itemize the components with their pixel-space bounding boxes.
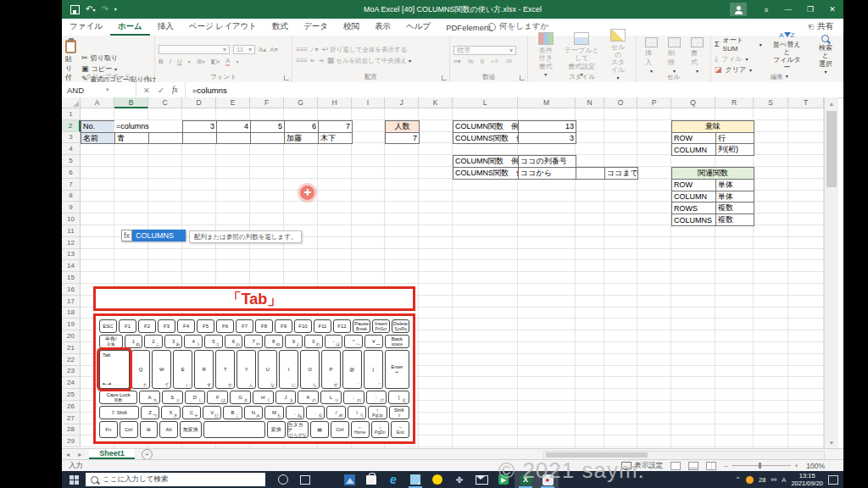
row-header-28[interactable]: 28 (62, 424, 81, 436)
sheet-tab-sheet1[interactable]: Sheet1 (89, 449, 135, 459)
display-settings-button[interactable]: 表示設定 (621, 461, 663, 471)
alignment-dialog-launcher[interactable] (442, 75, 447, 80)
cell-N6[interactable] (576, 167, 605, 180)
tab-数式[interactable]: 数式 (264, 19, 296, 36)
column-header-E[interactable]: E (216, 97, 250, 108)
column-header-K[interactable]: K (419, 97, 453, 108)
row-header-27[interactable]: 27 (62, 413, 81, 424)
cell-R9[interactable]: 複数 (715, 202, 754, 214)
cell-Q4[interactable]: COLUMN (671, 143, 716, 156)
column-header-C[interactable]: C (148, 97, 182, 108)
format-cells-button[interactable]: 書式▾ (686, 37, 709, 74)
taskbar-icon-recorder[interactable]: ● (537, 471, 559, 488)
row-header-18[interactable]: 18 (62, 308, 81, 319)
column-header-G[interactable]: G (284, 97, 318, 108)
clipboard-dialog-launcher[interactable] (147, 75, 152, 80)
row-header-9[interactable]: 9 (62, 202, 81, 214)
column-header-M[interactable]: M (518, 97, 576, 108)
new-sheet-icon[interactable]: + (142, 449, 153, 460)
tab-ページ レイアウト[interactable]: ページ レイアウト (181, 19, 264, 36)
tab-ファイル[interactable]: ファイル (62, 19, 110, 36)
cell-Q9[interactable]: ROWS (671, 202, 716, 214)
cell-M6[interactable]: ココから (518, 167, 576, 180)
column-header-S[interactable]: S (754, 97, 788, 108)
cell-Q7[interactable]: ROW (671, 179, 716, 191)
row-header-25[interactable]: 25 (62, 389, 81, 401)
row-header-19[interactable]: 19 (62, 319, 81, 330)
cell-C3[interactable] (148, 132, 183, 145)
cell-M3[interactable]: 3 (518, 132, 576, 145)
cell-H2[interactable]: 7 (318, 120, 353, 133)
comma-icon[interactable]: 9 (481, 58, 484, 65)
cell-A2[interactable]: No. (81, 120, 115, 133)
zoom-out-icon[interactable]: − (724, 462, 728, 470)
conditional-formatting-button[interactable]: 条件付き 書式▾ (531, 32, 559, 77)
zoom-slider[interactable]: − + (724, 462, 798, 470)
currency-icon[interactable]: ¤▾ (453, 58, 460, 65)
taskbar-icon-excel[interactable]: X (515, 471, 537, 488)
cell-L6[interactable]: COLUMNS関数 例 (453, 167, 519, 180)
decrease-decimal-icon[interactable]: .00 (505, 58, 512, 64)
font-name-select[interactable]: ▾ (159, 45, 230, 54)
cell-Q10[interactable]: COLUMNS (671, 214, 716, 226)
autocomplete-item-columns[interactable]: COLUMNS (132, 230, 186, 241)
row-header-2[interactable]: 2 (62, 120, 81, 132)
row-header-10[interactable]: 10 (62, 214, 81, 225)
row-header-26[interactable]: 26 (62, 401, 81, 413)
fill-color-icon[interactable]: ◧▾ (211, 58, 220, 65)
formula-input[interactable]: =columns (186, 86, 227, 95)
scroll-down-icon[interactable]: ▼ (825, 436, 838, 448)
row-header-6[interactable]: 6 (62, 167, 81, 179)
close-button[interactable]: ✕ (821, 0, 843, 19)
zoom-handle[interactable] (759, 463, 761, 469)
row-header-8[interactable]: 8 (62, 191, 81, 202)
column-header-R[interactable]: R (715, 97, 754, 108)
wrap-text-button[interactable]: ↩ 折り返して全体を表示する (322, 46, 408, 54)
cell-R10[interactable]: 複数 (715, 214, 754, 226)
row-header-29[interactable]: 29 (62, 435, 81, 447)
function-autocomplete[interactable]: fx COLUMNS (121, 230, 186, 241)
column-header-N[interactable]: N (576, 97, 604, 108)
font-size-select[interactable]: 11▾ (233, 45, 255, 54)
column-header-F[interactable]: F (250, 97, 284, 108)
tab-ヘルプ[interactable]: ヘルプ (398, 19, 438, 36)
column-header-I[interactable]: I (352, 97, 385, 108)
indent-icons[interactable]: ⇤ ⇥ (310, 57, 324, 64)
sort-filter-button[interactable]: AZ 並べ替えと フィルター▾ (767, 31, 807, 80)
tab-表示[interactable]: 表示 (367, 19, 398, 36)
column-header-Q[interactable]: Q (671, 97, 715, 108)
cell-B2[interactable]: =columns (114, 120, 183, 133)
taskbar-icon-edge[interactable]: e (382, 471, 404, 488)
underline-button[interactable]: U (177, 58, 182, 65)
cell-R4[interactable]: 列(桁) (715, 143, 754, 156)
account-avatar[interactable] (730, 3, 747, 16)
column-header-L[interactable]: L (453, 97, 518, 108)
copy-button[interactable]: ▣コピー▾ (81, 64, 157, 74)
fill-button[interactable]: ⤓フィル▾ (715, 54, 762, 64)
grow-font-icon[interactable]: A▴ (259, 46, 266, 53)
zoom-in-icon[interactable]: + (794, 462, 798, 470)
cell-G3[interactable]: 加藤 (284, 132, 319, 145)
clock[interactable]: 13:15 2021/09/20 (791, 472, 823, 487)
taskbar-icon-photos[interactable] (338, 471, 360, 488)
row-header-20[interactable]: 20 (62, 330, 81, 342)
column-header-D[interactable]: D (182, 97, 216, 108)
tab-PDFelement[interactable]: PDFelement (438, 20, 498, 36)
cell-J2[interactable]: 人数 (385, 120, 420, 133)
taskbar-icon-ydot[interactable] (426, 471, 448, 488)
row-header-14[interactable]: 14 (62, 260, 81, 272)
horizontal-align-icons[interactable]: ≡≡≡ (296, 57, 307, 64)
italic-button[interactable]: I (170, 58, 171, 65)
column-header-H[interactable]: H (318, 97, 352, 108)
cell-F2[interactable]: 5 (250, 120, 285, 133)
insert-function-icon[interactable]: fx (172, 86, 178, 94)
sheet-nav-arrows[interactable]: ◂ ▸ (62, 451, 89, 458)
increase-decimal-icon[interactable]: +.0 (491, 58, 498, 64)
row-header-11[interactable]: 11 (62, 225, 81, 237)
row-header-24[interactable]: 24 (62, 377, 81, 389)
cell-L2[interactable]: COLUMN関数 例 (453, 120, 519, 133)
customize-qat-icon[interactable]: ▾ (114, 7, 117, 12)
page-layout-view-icon[interactable] (688, 462, 698, 470)
percent-icon[interactable]: % (467, 58, 473, 65)
vertical-scroll-thumb[interactable] (826, 111, 837, 187)
